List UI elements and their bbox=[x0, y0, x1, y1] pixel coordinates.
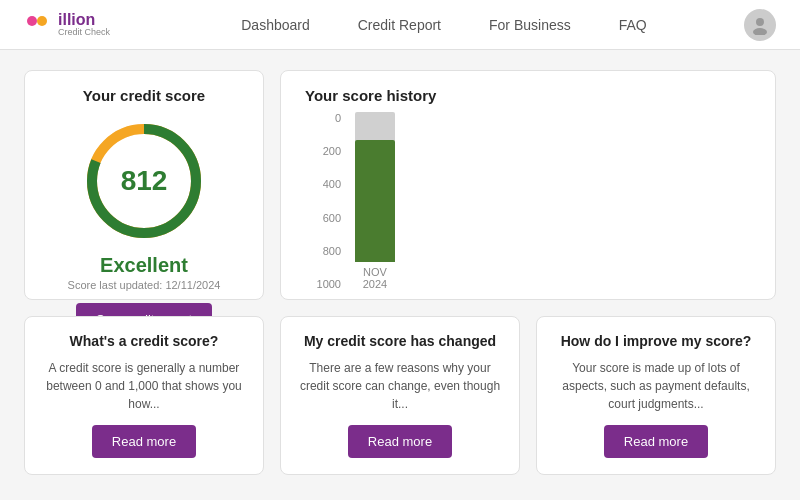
info-card-2: How do I improve my score? Your score is… bbox=[536, 316, 776, 475]
info-card-2-title: How do I improve my score? bbox=[561, 333, 752, 349]
donut-chart: 812 bbox=[79, 116, 209, 246]
credit-score-title: Your credit score bbox=[83, 87, 205, 104]
svg-point-3 bbox=[753, 28, 767, 35]
user-avatar[interactable] bbox=[744, 9, 776, 41]
header: illion Credit Check Dashboard Credit Rep… bbox=[0, 0, 800, 50]
bar-group: NOV2024 bbox=[345, 112, 405, 290]
info-card-0-text: A credit score is generally a number bet… bbox=[41, 359, 247, 413]
bottom-row: What's a credit score? A credit score is… bbox=[24, 316, 776, 475]
y-label-1000: 1000 bbox=[305, 278, 341, 290]
score-rating: Excellent bbox=[100, 254, 188, 277]
y-label-400: 400 bbox=[305, 178, 341, 190]
info-card-1-title: My credit score has changed bbox=[304, 333, 496, 349]
nav-dashboard[interactable]: Dashboard bbox=[241, 17, 310, 33]
credit-score-card: Your credit score 812 Excellent Score la… bbox=[24, 70, 264, 300]
y-label-600: 600 bbox=[305, 212, 341, 224]
info-card-1-button[interactable]: Read more bbox=[348, 425, 452, 458]
nav-credit-report[interactable]: Credit Report bbox=[358, 17, 441, 33]
info-card-2-text: Your score is made up of lots of aspects… bbox=[553, 359, 759, 413]
y-label-0: 0 bbox=[305, 112, 341, 124]
logo-sub: Credit Check bbox=[58, 28, 110, 37]
score-updated: Score last updated: 12/11/2024 bbox=[68, 279, 221, 291]
svg-point-1 bbox=[37, 16, 47, 26]
score-history-card: Your score history 1000 800 600 400 200 … bbox=[280, 70, 776, 300]
nav-faq[interactable]: FAQ bbox=[619, 17, 647, 33]
logo-name: illion bbox=[58, 12, 110, 28]
top-row: Your credit score 812 Excellent Score la… bbox=[24, 70, 776, 300]
info-card-1: My credit score has changed There are a … bbox=[280, 316, 520, 475]
info-card-0-button[interactable]: Read more bbox=[92, 425, 196, 458]
y-label-800: 800 bbox=[305, 245, 341, 257]
bar-fill bbox=[355, 140, 395, 262]
svg-point-0 bbox=[27, 16, 37, 26]
nav-for-business[interactable]: For Business bbox=[489, 17, 571, 33]
info-card-1-text: There are a few reasons why your credit … bbox=[297, 359, 503, 413]
bar-wrapper bbox=[355, 112, 395, 262]
info-card-2-button[interactable]: Read more bbox=[604, 425, 708, 458]
user-icon bbox=[750, 15, 770, 35]
logo-icon bbox=[24, 11, 52, 39]
bar-x-label: NOV2024 bbox=[363, 266, 387, 290]
y-axis: 1000 800 600 400 200 0 bbox=[305, 112, 341, 290]
credit-score-number: 812 bbox=[121, 165, 168, 197]
nav: Dashboard Credit Report For Business FAQ bbox=[144, 17, 744, 33]
logo: illion Credit Check bbox=[24, 11, 144, 39]
chart-area: 1000 800 600 400 200 0 NOV2024 bbox=[305, 112, 751, 310]
info-card-0: What's a credit score? A credit score is… bbox=[24, 316, 264, 475]
score-history-title: Your score history bbox=[305, 87, 751, 104]
info-card-0-title: What's a credit score? bbox=[70, 333, 219, 349]
y-label-200: 200 bbox=[305, 145, 341, 157]
svg-point-2 bbox=[756, 18, 764, 26]
main-content: Your credit score 812 Excellent Score la… bbox=[0, 50, 800, 495]
